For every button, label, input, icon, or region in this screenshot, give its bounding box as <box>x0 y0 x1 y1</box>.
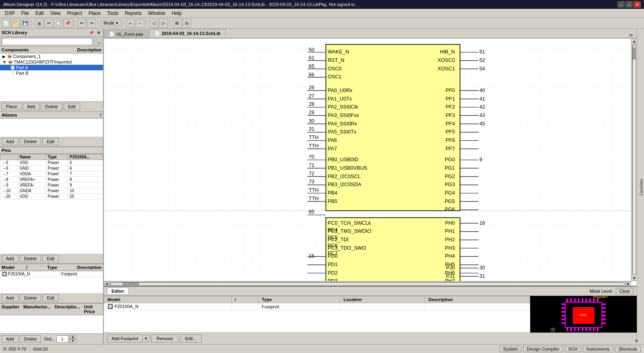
pin-27-label: 27 <box>309 93 314 99</box>
minimize-button[interactable]: – <box>617 1 625 8</box>
tb-plus[interactable]: + <box>126 19 135 28</box>
search-input[interactable] <box>2 38 93 45</box>
comp-add-btn[interactable]: Add <box>23 103 40 110</box>
close-button[interactable]: ✕ <box>634 1 641 8</box>
table-row[interactable]: →8 VREFA+ Power 8 <box>0 177 103 183</box>
maximize-button[interactable]: □ <box>625 1 633 8</box>
tb-new[interactable]: 📄 <box>2 19 10 28</box>
table-row[interactable]: →9 VREFA- Power 9 <box>0 183 103 188</box>
h-scroll[interactable]: ◄ ► <box>104 281 631 286</box>
table-row[interactable]: →10 GNDA Power 10 <box>0 188 103 194</box>
status-shortcuts[interactable]: Shortcuts <box>615 346 641 352</box>
tb-redo[interactable]: ↪ <box>87 19 96 28</box>
remove-btn[interactable]: Remove <box>151 335 178 343</box>
menu-place[interactable]: Place <box>85 10 104 17</box>
aliases-list <box>0 119 103 137</box>
comp-item-parta[interactable]: 📄 Part A <box>0 65 103 70</box>
h-scroll-thumb[interactable] <box>123 283 139 285</box>
tb-back[interactable]: ◁ <box>149 19 158 28</box>
menu-tools[interactable]: Tools <box>104 10 122 17</box>
tb-fwd[interactable]: ▷ <box>159 19 168 28</box>
tab-ul-form[interactable]: 📄 UL_Form.pas <box>104 30 149 38</box>
aliases-add-btn[interactable]: Add <box>2 138 19 145</box>
favorites-label[interactable]: Favorites <box>639 177 644 197</box>
model-table-container[interactable]: 🔲 PZ0100A_N Footprint <box>0 271 103 293</box>
tb-save[interactable]: 💾 <box>21 19 30 28</box>
h-scroll-right[interactable]: ► <box>625 281 631 286</box>
supplier-delete-btn[interactable]: Delete <box>20 335 41 343</box>
h-scroll-left[interactable]: ◄ <box>104 281 109 286</box>
v-scroll-track[interactable] <box>632 45 636 275</box>
menu-edit[interactable]: Edit <box>32 10 47 17</box>
tb-open[interactable]: 📂 <box>11 19 20 28</box>
tb-copy[interactable]: 📋 <box>54 19 63 28</box>
ic-body2[interactable] <box>326 218 460 286</box>
aliases-edit-btn[interactable]: Edit <box>42 138 59 145</box>
comp-item-component1[interactable]: ▶ 📦 Component_1 <box>0 53 103 59</box>
model-edit-btn[interactable]: Edit <box>42 294 59 302</box>
supplier-add-btn[interactable]: Add <box>2 335 19 343</box>
panel-close-btn[interactable]: ✕ <box>96 31 101 35</box>
tb-print[interactable]: 🖨 <box>35 19 43 28</box>
supplier-table-container[interactable] <box>0 315 103 333</box>
tb-minus[interactable]: − <box>136 19 144 28</box>
tab-schlib[interactable]: 📄 2019-04-03_16-14-13.SchLib <box>149 29 226 38</box>
table-row[interactable]: →20 VDD Power 20 <box>0 194 103 199</box>
supplier-header-label: Supplier <box>2 304 19 314</box>
comp-delete-btn[interactable]: Delete <box>41 103 62 110</box>
status-system[interactable]: System <box>500 346 522 352</box>
comp-item-tm4c[interactable]: ▼ 📦 TM4C123GH6PZI7FImported <box>0 59 103 65</box>
v-scroll-up[interactable]: ▲ <box>632 39 637 44</box>
comp-item-partb[interactable]: 📄 Part B <box>0 70 103 76</box>
menu-reports[interactable]: Reports <box>122 10 145 17</box>
add-footprint-btn[interactable]: Add Footprint <box>107 335 142 343</box>
comp-edit-btn[interactable]: Edit <box>64 103 80 110</box>
pins-delete-btn[interactable]: Delete <box>20 255 41 262</box>
edit-btn[interactable]: Edit... <box>180 335 202 343</box>
schematic-view[interactable]: 50 WAKE_N 61 RST_N 65 OSC0 66 OSC1 26 PA… <box>104 39 631 286</box>
menu-help[interactable]: Help <box>169 10 185 17</box>
fp-camera-icon[interactable] <box>551 328 555 331</box>
table-row[interactable]: 🔲 PZ0100A_N Footprint <box>104 303 530 310</box>
comp-place-btn[interactable]: Place <box>2 103 22 110</box>
supplier-ord-down[interactable]: ▼ <box>70 339 76 343</box>
panel-pin-btn[interactable]: 📌 <box>88 31 95 35</box>
tb-cut[interactable]: ✂ <box>44 19 53 28</box>
search-button[interactable]: 🔍 <box>93 38 101 45</box>
pins-edit-btn[interactable]: Edit <box>42 255 59 262</box>
pins-add-btn[interactable]: Add <box>2 255 19 262</box>
editor-tab[interactable]: Editor <box>107 287 129 295</box>
status-instruments[interactable]: Instruments <box>583 346 613 352</box>
aliases-delete-btn[interactable]: Delete <box>20 138 41 145</box>
menu-dxp[interactable]: DXP <box>2 10 18 17</box>
status-design-compiler[interactable]: Design Compiler <box>523 346 563 352</box>
v-scroll-down[interactable]: ▼ <box>632 275 637 281</box>
menu-window[interactable]: Window <box>145 10 169 17</box>
table-row[interactable]: →6 GND Power 6 <box>0 166 103 171</box>
v-scroll-thumb[interactable] <box>633 47 636 60</box>
tb-undo[interactable]: ↩ <box>77 19 86 28</box>
editor-table-container[interactable]: Model / Type Location Description 🔲 PZ01… <box>104 296 530 332</box>
h-scroll-track[interactable] <box>110 282 625 285</box>
tb-snap[interactable]: ◎ <box>182 19 191 28</box>
supplier-ord-up[interactable]: ▲ <box>70 335 76 339</box>
table-row[interactable]: →7 VDDA Power 7 <box>0 171 103 177</box>
pins-table-container[interactable]: Name Type PZ0100A... →5 VDD Power 5 →6 G… <box>0 154 103 254</box>
v-scroll-right[interactable]: ▲ ▼ <box>631 39 637 281</box>
tb-grid[interactable]: ⊞ <box>173 19 182 28</box>
menu-project[interactable]: Project <box>64 10 85 17</box>
menu-file[interactable]: File <box>18 10 32 17</box>
editor-clear-btn[interactable]: Clear <box>616 288 634 294</box>
table-row[interactable]: →5 VDD Power 5 <box>0 160 103 166</box>
right-panel-arrow[interactable]: ▶ <box>635 339 639 343</box>
status-sch[interactable]: SCH <box>565 346 581 352</box>
canvas-area[interactable]: ▲ ▼ <box>104 39 637 286</box>
tb-mode[interactable]: Mode ▾ <box>101 20 121 27</box>
model-add-btn[interactable]: Add <box>2 294 19 302</box>
supplier-ord-input[interactable] <box>56 335 68 343</box>
model-delete-btn[interactable]: Delete <box>20 294 41 302</box>
tb-paste[interactable]: 📌 <box>64 19 72 28</box>
table-row[interactable]: 🔲 PZ0100A_N Footprint <box>0 271 103 277</box>
menu-view[interactable]: View <box>47 10 64 17</box>
add-footprint-dropdown[interactable]: ▼ <box>142 335 150 342</box>
